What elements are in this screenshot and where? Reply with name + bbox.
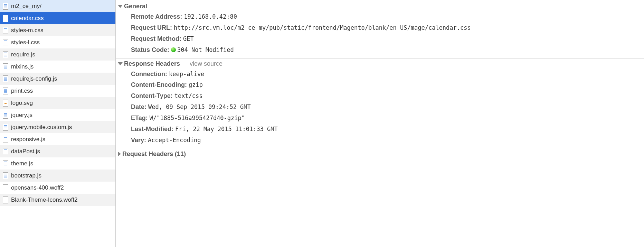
general-section-header[interactable]: General bbox=[116, 1, 644, 11]
file-name: requirejs-config.js bbox=[11, 75, 57, 82]
file-icon bbox=[3, 27, 8, 34]
header-value: 304 Not Modified bbox=[177, 46, 234, 53]
header-row: Request URL: http://src.vm.loc/m2_ce_my/… bbox=[131, 22, 644, 34]
file-name: print.css bbox=[11, 88, 33, 94]
request-headers-header[interactable]: Request Headers (11) bbox=[116, 149, 644, 159]
file-name: dataPost.js bbox=[11, 148, 40, 155]
file-name: calendar.css bbox=[11, 15, 44, 22]
header-value: Accept-Encoding bbox=[148, 137, 201, 144]
file-icon bbox=[3, 88, 8, 94]
file-row[interactable]: dataPost.js bbox=[0, 145, 115, 157]
file-row[interactable]: Blank-Theme-Icons.woff2 bbox=[0, 194, 115, 206]
file-icon bbox=[3, 63, 8, 70]
header-row: Connection: keep-alive bbox=[131, 69, 644, 80]
disclosure-triangle-icon bbox=[118, 5, 123, 8]
file-row[interactable]: requirejs-config.js bbox=[0, 73, 115, 85]
header-label: ETag: bbox=[131, 115, 150, 121]
file-name: bootstrap.js bbox=[11, 172, 41, 179]
file-row[interactable]: responsive.js bbox=[0, 133, 115, 145]
header-value: keep-alive bbox=[169, 71, 204, 77]
header-value: http://src.vm.loc/m2_ce_my/pub/static/fr… bbox=[174, 24, 471, 31]
file-name: m2_ce_my/ bbox=[11, 3, 41, 10]
file-icon bbox=[3, 51, 8, 58]
header-label: Vary: bbox=[131, 137, 148, 144]
headers-panel: General Remote Address: 192.168.0.42:80R… bbox=[116, 0, 644, 247]
file-row[interactable]: calendar.css bbox=[0, 12, 115, 24]
header-label: Request Method: bbox=[131, 35, 183, 42]
header-label: Date: bbox=[131, 103, 148, 110]
file-row[interactable]: jquery.js bbox=[0, 109, 115, 121]
header-value: W/"1885-516a995427d40-gzip" bbox=[150, 115, 245, 121]
header-row: Vary: Accept-Encoding bbox=[131, 135, 644, 146]
file-icon bbox=[3, 184, 8, 191]
file-name: theme.js bbox=[11, 160, 33, 167]
file-name: mixins.js bbox=[11, 63, 34, 70]
file-name: styles-m.css bbox=[11, 27, 44, 34]
header-label: Content-Type: bbox=[131, 92, 174, 99]
header-row: Date: Wed, 09 Sep 2015 09:24:52 GMT bbox=[131, 102, 644, 113]
file-row[interactable]: bootstrap.js bbox=[0, 170, 115, 182]
header-value: Wed, 09 Sep 2015 09:24:52 GMT bbox=[148, 103, 251, 110]
general-section: General Remote Address: 192.168.0.42:80R… bbox=[116, 1, 644, 59]
network-file-list: m2_ce_my/calendar.cssstyles-m.cssstyles-… bbox=[0, 0, 116, 247]
file-icon bbox=[3, 136, 8, 143]
file-icon bbox=[3, 172, 8, 179]
file-row[interactable]: theme.js bbox=[0, 157, 115, 170]
file-row[interactable]: styles-l.css bbox=[0, 36, 115, 48]
response-headers-section: Response Headers view source Connection:… bbox=[116, 59, 644, 149]
file-row[interactable]: opensans-400.woff2 bbox=[0, 182, 115, 194]
file-icon bbox=[3, 160, 8, 167]
request-headers-section: Request Headers (11) bbox=[116, 149, 644, 159]
file-icon bbox=[3, 3, 8, 10]
header-label: Request URL: bbox=[131, 24, 174, 31]
header-value: gzip bbox=[189, 81, 203, 88]
header-label: Content-Encoding: bbox=[131, 81, 189, 88]
file-icon bbox=[3, 124, 8, 131]
file-name: logo.svg bbox=[11, 100, 33, 107]
response-headers-header[interactable]: Response Headers view source bbox=[116, 59, 644, 69]
header-label: Status Code: bbox=[131, 46, 171, 53]
header-row: Content-Encoding: gzip bbox=[131, 80, 644, 91]
file-icon bbox=[3, 100, 8, 107]
header-label: Remote Address: bbox=[131, 13, 184, 20]
disclosure-triangle-icon bbox=[118, 152, 121, 156]
header-row: ETag: W/"1885-516a995427d40-gzip" bbox=[131, 113, 644, 124]
file-name: require.js bbox=[11, 51, 35, 58]
request-headers-title: Request Headers (11) bbox=[122, 150, 186, 158]
file-name: responsive.js bbox=[11, 136, 45, 143]
file-row[interactable]: m2_ce_my/ bbox=[0, 0, 115, 12]
header-row: Content-Type: text/css bbox=[131, 91, 644, 102]
file-row[interactable]: logo.svg bbox=[0, 97, 115, 109]
file-row[interactable]: print.css bbox=[0, 85, 115, 97]
header-value: Fri, 22 May 2015 11:01:33 GMT bbox=[175, 126, 278, 132]
file-name: Blank-Theme-Icons.woff2 bbox=[11, 196, 77, 203]
file-name: jquery.js bbox=[11, 112, 32, 119]
file-name: styles-l.css bbox=[11, 39, 40, 46]
file-name: opensans-400.woff2 bbox=[11, 184, 64, 191]
response-headers-body: Connection: keep-aliveContent-Encoding: … bbox=[116, 69, 644, 149]
file-row[interactable]: styles-m.css bbox=[0, 24, 115, 36]
response-headers-title: Response Headers bbox=[124, 60, 180, 67]
file-name: jquery.mobile.custom.js bbox=[11, 124, 72, 131]
header-label: Last-Modified: bbox=[131, 126, 175, 132]
file-icon bbox=[3, 148, 8, 155]
file-icon bbox=[3, 196, 8, 203]
general-section-title: General bbox=[124, 3, 147, 10]
file-icon bbox=[3, 39, 8, 46]
file-icon bbox=[3, 112, 8, 119]
header-value: 192.168.0.42:80 bbox=[184, 13, 237, 20]
header-value: GET bbox=[183, 35, 194, 42]
file-row[interactable]: require.js bbox=[0, 48, 115, 61]
file-row[interactable]: jquery.mobile.custom.js bbox=[0, 121, 115, 133]
status-dot-icon bbox=[171, 47, 176, 52]
view-source-link[interactable]: view source bbox=[190, 60, 222, 67]
general-section-body: Remote Address: 192.168.0.42:80Request U… bbox=[116, 11, 644, 58]
disclosure-triangle-icon bbox=[118, 62, 123, 65]
file-row[interactable]: mixins.js bbox=[0, 61, 115, 73]
header-row: Status Code: 304 Not Modified bbox=[131, 45, 644, 56]
header-label: Connection: bbox=[131, 71, 169, 77]
file-icon bbox=[3, 75, 8, 82]
header-row: Request Method: GET bbox=[131, 34, 644, 45]
file-icon bbox=[3, 15, 8, 22]
header-row: Last-Modified: Fri, 22 May 2015 11:01:33… bbox=[131, 124, 644, 135]
